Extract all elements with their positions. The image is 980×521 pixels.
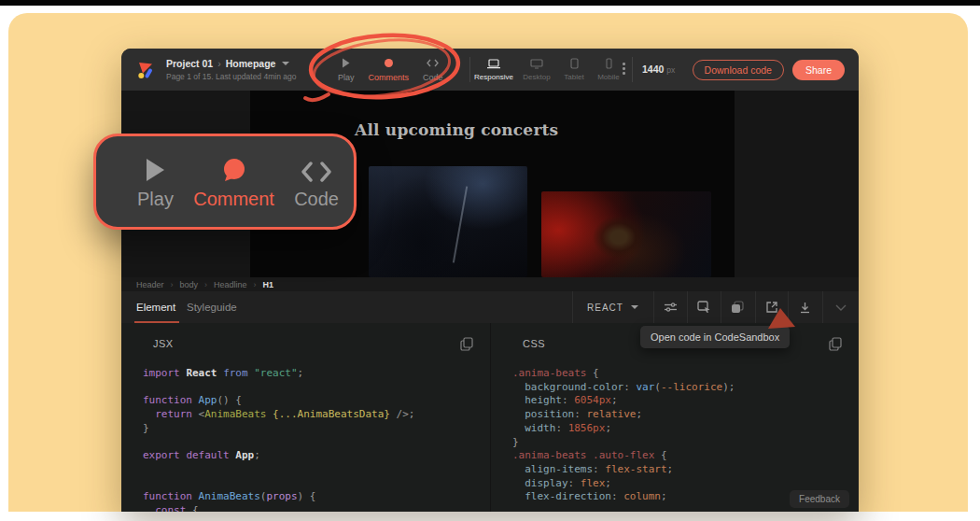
play-icon	[342, 58, 350, 68]
code-preferences-button[interactable]	[653, 291, 687, 323]
tab-code[interactable]: Code	[419, 58, 447, 82]
device-mobile-label: Mobile	[597, 73, 620, 81]
tablet-icon	[570, 58, 579, 69]
layers-button[interactable]	[721, 291, 754, 323]
feedback-button[interactable]: Feedback	[790, 490, 849, 508]
node-crumb-header[interactable]: Header	[136, 280, 164, 289]
anima-logo-icon[interactable]	[134, 59, 157, 81]
tab-comments-label: Comments	[369, 73, 410, 82]
tab-play-label: Play	[338, 73, 355, 82]
code-icon	[427, 58, 439, 68]
topbar-left-group: Project 01 › Homepage Page 1 of 15. Last…	[134, 58, 296, 81]
download-code-button[interactable]: Download code	[693, 60, 784, 80]
topbar-divider	[632, 57, 633, 82]
anima-app-window: Project 01 › Homepage Page 1 of 15. Last…	[121, 49, 859, 512]
copy-icon[interactable]	[829, 337, 842, 351]
topbar-divider	[469, 57, 470, 82]
concert-photo-right	[541, 191, 711, 277]
page-status-subtitle: Page 1 of 15. Last updated 4min ago	[166, 72, 296, 81]
page-name: Homepage	[226, 58, 276, 69]
device-responsive-label: Responsive	[474, 73, 513, 81]
open-codesandbox-icon	[765, 301, 778, 314]
viewport-width-value: 1440	[642, 63, 664, 75]
copy-icon[interactable]	[460, 337, 473, 351]
node-breadcrumb: Header › body › Headline › H1	[121, 277, 859, 291]
callout-code-label: Code	[294, 189, 339, 210]
preview-heading: All upcoming concerts	[355, 120, 558, 139]
sliders-icon	[664, 302, 678, 313]
concert-photo-left	[369, 166, 527, 277]
device-desktop-label: Desktop	[523, 73, 550, 81]
download-button[interactable]	[788, 291, 821, 323]
monitor-icon	[530, 59, 543, 69]
framework-select-value: REACT	[587, 303, 623, 313]
device-toggles: Responsive Desktop Tablet Mobil	[472, 49, 624, 91]
callout-play[interactable]: Play	[137, 154, 174, 210]
collapse-panel-button[interactable]	[822, 291, 859, 323]
node-crumb-headline[interactable]: Headline	[214, 280, 247, 289]
device-desktop[interactable]: Desktop	[518, 59, 555, 81]
css-panel-title: CSS	[523, 338, 545, 349]
download-icon	[799, 302, 811, 314]
top-bar: Project 01 › Homepage Page 1 of 15. Last…	[121, 49, 859, 91]
viewport-width-unit: px	[666, 65, 675, 75]
callout-comment[interactable]: Comment	[193, 154, 274, 210]
codesandbox-tooltip: Open code in CodeSandbox	[640, 326, 790, 348]
node-crumb-body[interactable]: body	[180, 280, 199, 289]
panel-toolbar-row: Element Styleguide REACT	[121, 291, 859, 323]
project-name: Project 01	[166, 58, 213, 69]
select-cursor-icon	[697, 301, 711, 314]
laptop-icon	[486, 59, 501, 69]
comment-dot-icon	[385, 58, 393, 68]
callout-code[interactable]: Code	[294, 154, 339, 210]
mode-tabs: Play Comments Code	[334, 49, 447, 91]
select-element-button[interactable]	[687, 291, 721, 323]
top-black-strip	[0, 0, 980, 6]
mobile-icon	[606, 58, 612, 69]
node-crumb-h1[interactable]: H1	[263, 280, 274, 289]
callout-comment-label: Comment	[193, 189, 274, 210]
project-titles: Project 01 › Homepage Page 1 of 15. Last…	[166, 58, 296, 81]
chevron-down-icon	[631, 305, 638, 309]
topbar-actions: Download code Share	[693, 49, 845, 91]
tabs-zoom-callout: Play Comment Code	[93, 134, 357, 230]
chevron-separator: ›	[204, 280, 207, 289]
chevron-separator: ›	[254, 280, 257, 289]
project-breadcrumb[interactable]: Project 01 › Homepage	[166, 58, 296, 69]
share-button[interactable]: Share	[792, 60, 845, 80]
tab-styleguide[interactable]: Styleguide	[187, 291, 237, 323]
device-responsive[interactable]: Responsive	[472, 59, 515, 81]
chevron-separator: ›	[171, 280, 174, 289]
screenshot-stage: Project 01 › Homepage Page 1 of 15. Last…	[0, 0, 980, 521]
code-area: JSX import React from "react"; function …	[121, 323, 859, 512]
code-icon	[301, 154, 332, 182]
jsx-code[interactable]: import React from "react"; function App(…	[143, 367, 490, 512]
chevron-down-icon[interactable]	[282, 62, 289, 65]
breadcrumb-separator: ›	[217, 58, 221, 69]
jsx-panel-title: JSX	[153, 338, 174, 349]
chevron-down-icon	[835, 304, 847, 311]
jsx-panel: JSX import React from "react"; function …	[121, 323, 490, 512]
viewport-width-input[interactable]: 1440 px	[642, 63, 675, 75]
tab-element[interactable]: Element	[136, 291, 175, 323]
framework-select[interactable]: REACT	[572, 291, 653, 323]
tab-comments[interactable]: Comments	[365, 58, 413, 82]
layers-icon	[731, 301, 744, 314]
open-codesandbox-button[interactable]	[755, 291, 789, 323]
device-tablet[interactable]: Tablet	[558, 58, 590, 81]
css-panel: CSS .anima-beats { background-color: var…	[491, 323, 859, 512]
tab-play[interactable]: Play	[334, 58, 358, 82]
kebab-menu-icon[interactable]	[620, 63, 628, 75]
play-icon	[145, 154, 165, 182]
callout-play-label: Play	[137, 189, 174, 210]
tab-code-label: Code	[423, 73, 443, 82]
device-tablet-label: Tablet	[564, 73, 583, 81]
comment-bubble-icon	[222, 154, 246, 182]
